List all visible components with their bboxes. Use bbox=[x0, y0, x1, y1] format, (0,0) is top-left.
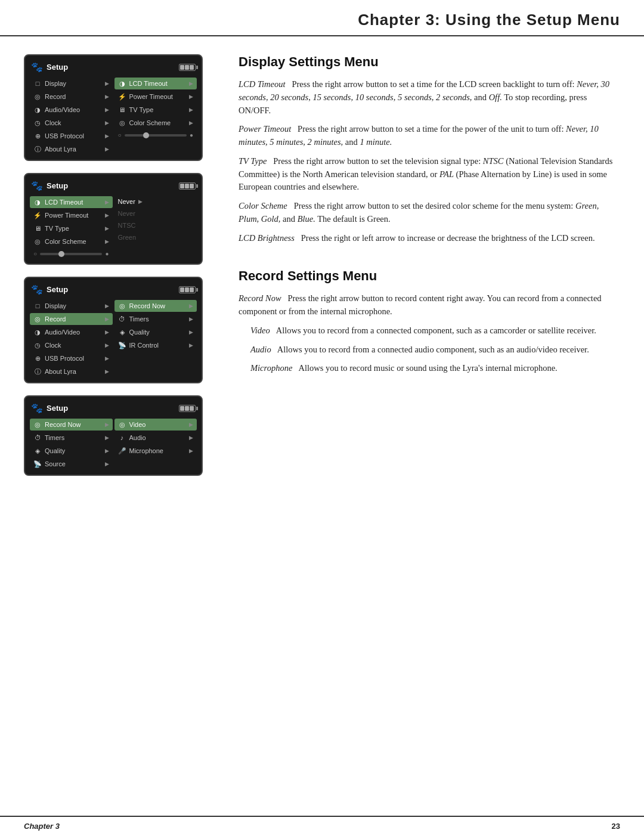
tv2-label: TV Type bbox=[45, 225, 102, 232]
record-arrow: ▶ bbox=[105, 94, 109, 100]
quality4-label: Quality bbox=[45, 447, 102, 454]
record-section: Record Settings Menu Record Now Press th… bbox=[239, 268, 620, 375]
record-section-title: Record Settings Menu bbox=[239, 268, 620, 284]
quality4-icon: ◈ bbox=[33, 447, 42, 455]
menu-lcd-timeout: ◑ LCD Timeout ▶ bbox=[114, 78, 197, 89]
setup-icon4: 🐾 bbox=[31, 402, 43, 414]
page-footer: Chapter 3 23 bbox=[0, 816, 644, 833]
display-para-brightness: LCD Brightness Press the right or left a… bbox=[239, 232, 620, 245]
color2-arrow: ▶ bbox=[105, 239, 109, 244]
record3-icon: ◎ bbox=[33, 315, 42, 323]
av3-arrow: ▶ bbox=[105, 329, 109, 335]
video-term: Video bbox=[250, 326, 270, 335]
color-scheme-label: Color Scheme bbox=[129, 119, 187, 126]
menu4-audio: ♪ Audio ▶ bbox=[114, 432, 197, 444]
timers3-icon: ⏱ bbox=[118, 315, 126, 323]
source4-icon: 📡 bbox=[33, 460, 42, 468]
display-label: Display bbox=[45, 80, 102, 87]
quality3-arrow: ▶ bbox=[189, 329, 193, 335]
battery-bar11 bbox=[185, 406, 189, 411]
setup-icon3: 🐾 bbox=[31, 284, 43, 295]
audio4-label: Audio bbox=[129, 434, 187, 441]
menu2-lcd-timeout: ◑ LCD Timeout ▶ bbox=[30, 196, 113, 208]
usb3-arrow: ▶ bbox=[105, 355, 109, 361]
brightness-low-icon2: ○ bbox=[33, 250, 37, 257]
menu4-recordnow: ◎ Record Now ▶ bbox=[30, 419, 113, 431]
screen1-title: 🐾 Setup bbox=[31, 61, 68, 73]
display-para-power: Power Timeout Press the right arrow butt… bbox=[239, 123, 620, 149]
color-scheme-icon: ◎ bbox=[118, 119, 126, 127]
menu2-power-timeout: ⚡ Power Timeout ▶ bbox=[30, 209, 113, 221]
battery-bar7 bbox=[180, 287, 184, 292]
tv-type-icon: 🖥 bbox=[118, 106, 126, 114]
menu-audiovideo: ◑ Audio/Video ▶ bbox=[30, 104, 113, 116]
menu4-video: ◎ Video ▶ bbox=[114, 419, 197, 431]
power-timeout-label: Power Timeout bbox=[129, 93, 187, 100]
battery-icon bbox=[179, 64, 196, 71]
val-ntsc-text: NTSC bbox=[118, 222, 136, 229]
clock3-arrow: ▶ bbox=[105, 342, 109, 348]
screen2-title: 🐾 Setup bbox=[31, 180, 68, 191]
recordnow4-icon: ◎ bbox=[33, 420, 42, 429]
screen4: 🐾 Setup ◎ Record Now ▶ ⏱ bbox=[24, 395, 203, 476]
screen1-menu: □ Display ▶ ◎ Record ▶ ◑ Audio/Video ▶ bbox=[30, 78, 197, 155]
chapter-header: Chapter 3: Using the Setup Menu bbox=[0, 0, 644, 36]
usb3-label: USB Protocol bbox=[45, 355, 102, 362]
battery-bar9 bbox=[190, 287, 194, 292]
lcd2-arrow: ▶ bbox=[105, 199, 109, 205]
menu4-microphone: 🎤 Microphone ▶ bbox=[114, 445, 197, 457]
recordnow3-icon: ◎ bbox=[118, 302, 126, 310]
about-arrow: ▶ bbox=[105, 146, 109, 152]
val-never: Never bbox=[118, 198, 135, 205]
quality3-icon: ◈ bbox=[118, 328, 126, 336]
battery-bar12 bbox=[190, 406, 194, 411]
menu4-source: 📡 Source ▶ bbox=[30, 458, 113, 470]
video4-label: Video bbox=[129, 421, 187, 428]
video4-icon: ◎ bbox=[118, 420, 126, 429]
about3-arrow: ▶ bbox=[105, 368, 109, 374]
menu2-tv-type: 🖥 TV Type ▶ bbox=[30, 222, 113, 234]
audiovideo-icon: ◑ bbox=[33, 106, 42, 114]
screen4-right-col: ◎ Video ▶ ♪ Audio ▶ 🎤 Microphone ▶ bbox=[114, 419, 197, 470]
lcd-term: LCD Timeout bbox=[239, 79, 286, 89]
chapter-title: Chapter 3: Using the Setup Menu bbox=[24, 11, 620, 29]
display-icon: □ bbox=[33, 79, 42, 88]
recordnow-term: Record Now bbox=[239, 293, 281, 303]
timers4-label: Timers bbox=[45, 434, 102, 441]
screen1-right-col: ◑ LCD Timeout ▶ ⚡ Power Timeout ▶ 🖥 TV T… bbox=[114, 78, 197, 155]
screen3-right-col: ◎ Record Now ▶ ⏱ Timers ▶ ◈ Quality ▶ bbox=[114, 300, 197, 377]
screen1-left-col: □ Display ▶ ◎ Record ▶ ◑ Audio/Video ▶ bbox=[30, 78, 113, 155]
display-para-tv: TV Type Press the right arrow button to … bbox=[239, 155, 620, 194]
about-label: About Lyra bbox=[45, 145, 102, 153]
page-content: 🐾 Setup □ Display ▶ ◎ bbox=[0, 36, 644, 833]
brightness-track2 bbox=[40, 253, 102, 255]
menu-about: ⓘ About Lyra ▶ bbox=[30, 143, 113, 155]
lcd2-icon: ◑ bbox=[33, 198, 42, 206]
usb-icon: ⊕ bbox=[33, 132, 42, 140]
setup-icon2: 🐾 bbox=[31, 180, 43, 191]
menu-record: ◎ Record ▶ bbox=[30, 91, 113, 103]
tv2-arrow: ▶ bbox=[105, 225, 109, 231]
timers4-icon: ⏱ bbox=[33, 433, 42, 442]
battery-bar5 bbox=[185, 184, 189, 188]
timers3-label: Timers bbox=[129, 315, 187, 323]
brightness-term: LCD Brightness bbox=[239, 233, 295, 243]
mic4-icon: 🎤 bbox=[118, 447, 126, 455]
power-term: Power Timeout bbox=[239, 124, 291, 134]
power-timeout-arrow: ▶ bbox=[189, 94, 193, 100]
menu4-quality: ◈ Quality ▶ bbox=[30, 445, 113, 457]
battery-icon3 bbox=[179, 286, 196, 293]
menu3-usb: ⊕ USB Protocol ▶ bbox=[30, 352, 113, 364]
about-icon: ⓘ bbox=[33, 145, 42, 153]
mic4-arrow: ▶ bbox=[189, 448, 193, 454]
battery-bar8 bbox=[185, 287, 189, 292]
ir3-icon: 📡 bbox=[118, 341, 126, 349]
video4-arrow: ▶ bbox=[189, 422, 193, 428]
color-scheme-arrow: ▶ bbox=[189, 120, 193, 126]
screen3: 🐾 Setup □ Display ▶ ◎ bbox=[24, 277, 203, 383]
av3-label: Audio/Video bbox=[45, 329, 102, 336]
battery-bar3 bbox=[190, 65, 194, 70]
screen3-header: 🐾 Setup bbox=[30, 284, 197, 295]
menu-power-timeout: ⚡ Power Timeout ▶ bbox=[114, 91, 197, 103]
tv-type-arrow: ▶ bbox=[189, 107, 193, 113]
